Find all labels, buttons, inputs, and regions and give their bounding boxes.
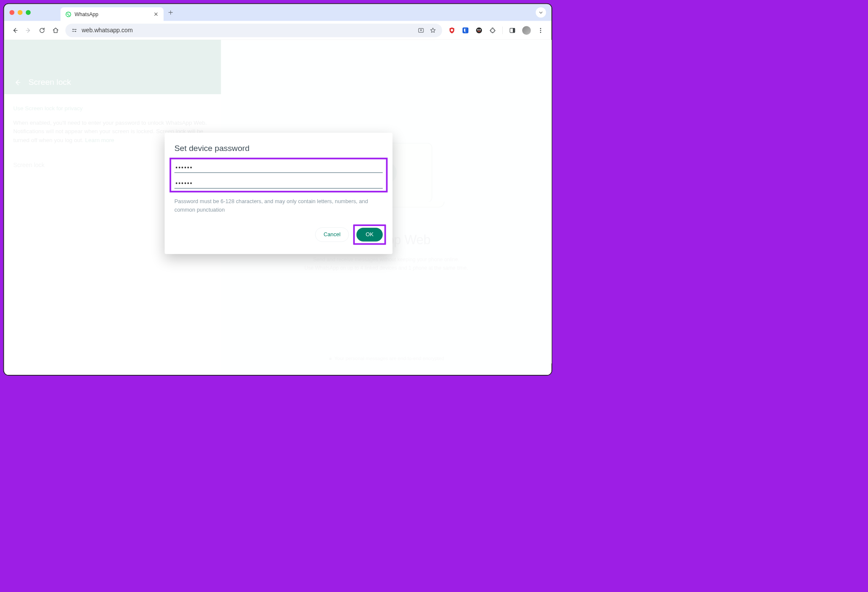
window-minimize-button[interactable]	[18, 10, 23, 15]
menu-kebab-icon[interactable]	[537, 26, 545, 34]
address-actions	[418, 27, 437, 34]
site-settings-icon[interactable]	[71, 27, 77, 33]
encryption-notice: Your personal messages are end-to-end en…	[328, 355, 444, 361]
tab-title: WhatsApp	[75, 11, 150, 17]
sidebar-title: Screen lock	[28, 77, 71, 87]
svg-rect-17	[329, 358, 331, 360]
svg-rect-10	[478, 31, 481, 31]
nav-forward-button[interactable]	[25, 26, 32, 34]
cancel-button[interactable]: Cancel	[315, 227, 349, 242]
browser-toolbar: web.whatsapp.com	[4, 21, 552, 40]
encryption-text: Your personal messages are end-to-end en…	[334, 355, 444, 361]
toolbar-extensions	[448, 26, 544, 34]
dialog-actions: Cancel OK	[164, 224, 392, 245]
app-content: Screen lock Use Screen lock for privacy …	[4, 40, 552, 375]
tabs-dropdown-button[interactable]	[536, 7, 546, 17]
install-app-icon[interactable]	[418, 27, 424, 34]
back-arrow-icon[interactable]	[13, 78, 21, 87]
address-bar[interactable]: web.whatsapp.com	[65, 23, 442, 37]
window-close-button[interactable]	[9, 10, 14, 15]
titlebar: WhatsApp	[4, 4, 552, 21]
bookmark-icon[interactable]	[430, 27, 436, 34]
svg-point-1	[72, 29, 74, 30]
svg-point-16	[540, 32, 541, 33]
nav-back-button[interactable]	[11, 26, 19, 34]
svg-rect-13	[513, 28, 515, 32]
set-password-dialog: Set device password Password must be 6-1…	[164, 133, 392, 254]
dialog-helper-text: Password must be 6-128 characters, and m…	[164, 195, 392, 224]
profile-avatar[interactable]	[522, 26, 531, 34]
dialog-title: Set device password	[164, 144, 392, 158]
browser-tab[interactable]: WhatsApp	[61, 7, 164, 21]
svg-point-15	[540, 30, 541, 31]
lock-icon	[328, 357, 332, 360]
ok-button[interactable]: OK	[356, 228, 383, 242]
password-fields-highlight	[170, 158, 388, 193]
sidebar-header: Screen lock	[4, 40, 221, 94]
svg-point-14	[540, 28, 541, 29]
svg-point-7	[476, 27, 482, 33]
nav-reload-button[interactable]	[38, 26, 46, 34]
side-panel-icon[interactable]	[509, 26, 516, 34]
extension-bitwarden-icon[interactable]	[462, 26, 469, 34]
window-maximize-button[interactable]	[26, 10, 31, 15]
whatsapp-favicon-icon	[65, 11, 71, 17]
tabbar-right	[536, 7, 546, 17]
toolbar-separator	[502, 26, 503, 34]
ok-button-highlight: OK	[353, 224, 386, 245]
main-subtitle: Send and receive messages without keepin…	[304, 255, 468, 272]
extensions-menu-icon[interactable]	[489, 26, 496, 34]
address-url: web.whatsapp.com	[82, 27, 414, 34]
confirm-password-input[interactable]	[175, 177, 383, 189]
password-input[interactable]	[175, 162, 383, 173]
tab-close-icon[interactable]	[154, 12, 159, 17]
browser-window: WhatsApp	[3, 3, 552, 376]
svg-point-8	[477, 29, 479, 30]
new-tab-button[interactable]	[168, 10, 173, 15]
sidebar-subheading: Use Screen lock for privacy	[13, 104, 211, 112]
main-sub-line2: Use WhatsApp on up to 4 linked devices a…	[304, 264, 468, 272]
extension-ublock-icon[interactable]	[448, 26, 456, 34]
learn-more-link[interactable]: Learn more	[85, 137, 114, 143]
extension-icon-3[interactable]	[475, 26, 483, 34]
main-sub-line1: Send and receive messages without keepin…	[304, 255, 468, 263]
window-controls	[9, 10, 31, 15]
nav-home-button[interactable]	[52, 26, 59, 34]
svg-rect-5	[452, 30, 452, 31]
svg-point-9	[479, 29, 481, 30]
svg-point-2	[75, 31, 76, 32]
